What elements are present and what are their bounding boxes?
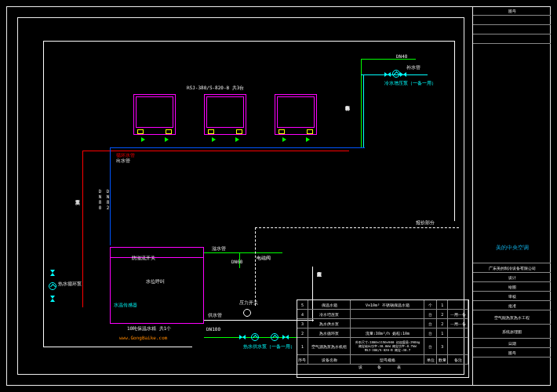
pipe-return-main [82, 151, 349, 151]
et-qty: 1 [437, 328, 448, 337]
et-row-5: 5 保温水箱 V=10m³ 不锈钢保温水箱 个 1 [297, 300, 468, 310]
valve-2 [400, 72, 406, 77]
et-h-name: 设备名称 [308, 355, 351, 364]
overflow-switch-label: 防溢流开关 [132, 255, 155, 262]
hot-circ-pump-icon [49, 282, 56, 290]
outer-loop-right [454, 41, 455, 221]
unit-model-label: RSJ-380/S-820-B 共3台 [187, 85, 244, 92]
valve-left-2 [50, 296, 55, 302]
dashed-left [255, 227, 256, 306]
valve-supply-1 [239, 335, 246, 339]
heat-pump-unit-3 [275, 94, 317, 135]
et-unit: 个 [424, 300, 437, 309]
tb-drawing: 系统原理图 [473, 325, 551, 339]
out-pipe-label: 出水管 [116, 158, 130, 165]
bid-part-label: 报价部分 [416, 220, 435, 227]
pressure-gauge-icon [243, 309, 251, 317]
et-spec: V=10m³ 不锈钢保温水箱 [351, 300, 424, 309]
et-row-1-spec: 1 空气源热泵热水机组 外形尺寸:1800×1150×900 机组重量:298k… [297, 338, 468, 355]
et-h-unit: 单位 [424, 355, 437, 364]
et-spec [351, 310, 424, 318]
unit-foot [208, 129, 242, 134]
cad-canvas: 图号 美的中央空调 广东美的制冷设备有限公司 设计 绘图 审核 批准 空气能热泵… [0, 0, 557, 392]
logo-area: 美的中央空调 [473, 232, 551, 263]
outer-loop-bottom [43, 347, 192, 347]
et-h-qty: 数量 [437, 355, 448, 364]
et-unit: 台 [424, 319, 437, 328]
et-name: 保温水箱 [308, 300, 351, 309]
temp-sensor-label: 水温传感器 [114, 302, 137, 309]
arrow-unit-1b [165, 137, 169, 142]
overflow-label: 溢水管 [212, 245, 226, 252]
et-h-n: 序号 [297, 355, 308, 364]
et-n: 1 [297, 338, 308, 354]
tb-date: 日期 [473, 339, 551, 348]
unit-foot [278, 129, 313, 134]
et-h-spec: 型号规格 [351, 355, 424, 364]
supply-pipe-label: 补水管 [406, 64, 420, 71]
tank-water-level [110, 257, 204, 258]
et-note [448, 300, 468, 309]
cold-pump-label: 冷水增压泵（一备一用） [384, 80, 436, 87]
outer-loop-left [43, 41, 44, 347]
valve-left-1 [50, 270, 55, 276]
tank-name-label: 10吨保温水箱 共1个 [127, 325, 171, 332]
tb-company: 广东美的制冷设备有限公司 [473, 263, 551, 273]
et-qty: 1 [437, 300, 448, 309]
arrow-unit-2a [212, 137, 216, 142]
tb-row-1 [473, 16, 551, 25]
tb-row-2 [473, 25, 551, 34]
et-note [448, 328, 468, 337]
dn80-label: DN80 [97, 188, 103, 210]
arrow-unit-3a [282, 137, 286, 142]
et-unit: 台 [424, 310, 437, 318]
heat-pump-unit-1 [133, 94, 176, 135]
unit-body [277, 96, 315, 128]
et-row-3: 3 热水供水泵 台 2 一用一备 [297, 319, 468, 328]
et-name: 冷水增压泵 [308, 310, 351, 318]
tb-header: 图号 [473, 6, 551, 16]
hot-supply-pump-2 [271, 333, 278, 341]
arrow-unit-2b [235, 137, 239, 142]
pipe-supply-top [361, 59, 416, 60]
et-n: 5 [297, 300, 308, 309]
et-qty: 2 [437, 319, 448, 328]
equipment-table: 5 保温水箱 V=10m³ 不锈钢保温水箱 个 1 4 冷水增压泵 台 2 一用… [297, 299, 469, 378]
dashed-top [255, 227, 459, 228]
title-block: 图号 美的中央空调 广东美的制冷设备有限公司 设计 绘图 审核 批准 空气能热泵… [472, 6, 551, 386]
et-title: 设 备 表 [297, 365, 468, 374]
et-name: 空气源热泵热水机组 [308, 338, 351, 354]
et-name: 热水供水泵 [308, 319, 351, 328]
tb-sign-3: 审核 [473, 292, 551, 301]
valve-1 [384, 72, 391, 77]
cold-pump-icon [392, 70, 400, 78]
tb-sign-2: 绘图 [473, 282, 551, 292]
heat-pump-unit-2 [204, 94, 246, 135]
et-row-2: 2 热水循环泵 流量:38m³/h 扬程:10m 台 1 [297, 328, 468, 338]
et-h-note: 备注 [448, 355, 468, 364]
arrow-unit-3b [306, 137, 310, 142]
et-note [448, 338, 468, 354]
pipe-cold-v [363, 74, 364, 147]
et-name: 热水循环泵 [308, 328, 351, 337]
dn40-label: DN40 [396, 53, 407, 59]
et-note: 一用一备 [448, 310, 468, 318]
et-spec: 流量:38m³/h 扬程:10m [351, 328, 424, 337]
et-unit: 台 [424, 338, 437, 354]
valve-supply-2 [282, 335, 289, 339]
solenoid-label: 电磁阀 [257, 255, 271, 262]
pipe-supply-vert [361, 59, 362, 147]
hot-supply-pump-1 [251, 333, 259, 341]
et-n: 2 [297, 328, 308, 337]
unit-body [136, 96, 173, 128]
dn100-label: DN100 [206, 326, 220, 332]
et-spec [351, 319, 424, 328]
water-tank [110, 247, 204, 324]
unit-body [206, 96, 244, 128]
et-row-4: 4 冷水增压泵 台 2 一用一备 [297, 310, 468, 319]
et-qty: 2 [437, 310, 448, 318]
tb-sign-4: 批准 [473, 301, 551, 310]
company-logo: 美的中央空调 [496, 244, 529, 252]
unit-foot [137, 129, 172, 134]
et-n: 4 [297, 310, 308, 318]
